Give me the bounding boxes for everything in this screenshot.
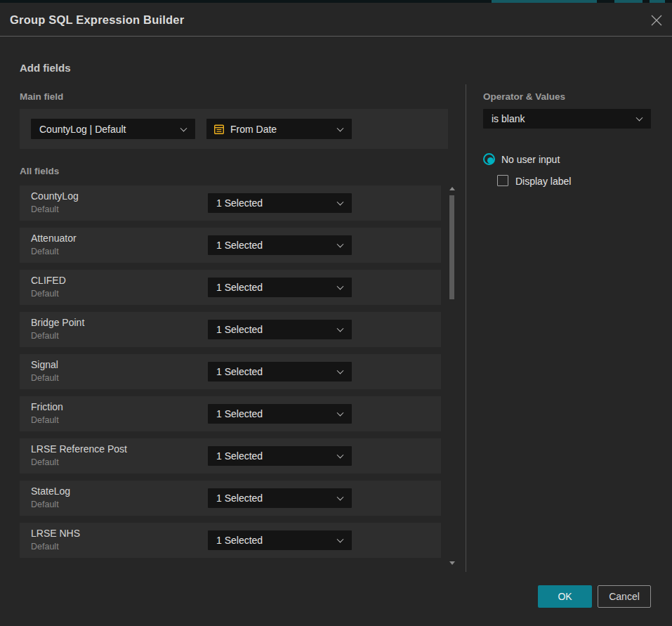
main-field-label: Main field xyxy=(20,91,63,102)
chevron-down-icon xyxy=(337,199,344,206)
field-values-dropdown[interactable]: 1 Selected xyxy=(208,193,352,213)
field-source: Default xyxy=(31,204,59,214)
add-fields-heading: Add fields xyxy=(20,62,71,74)
chevron-down-icon xyxy=(337,494,344,501)
field-row: Bridge Point Default 1 Selected xyxy=(20,312,441,347)
field-values-dropdown[interactable]: 1 Selected xyxy=(208,278,352,297)
field-row: LRSE Reference Post Default 1 Selected xyxy=(20,438,441,474)
field-values-dropdown-value: 1 Selected xyxy=(216,535,263,546)
chevron-down-icon xyxy=(337,536,344,543)
chevron-down-icon xyxy=(337,452,344,459)
field-name: LRSE Reference Post xyxy=(31,443,127,455)
chevron-down-icon xyxy=(337,241,344,248)
field-source: Default xyxy=(31,457,59,467)
chevron-down-icon xyxy=(337,283,344,290)
field-values-dropdown[interactable]: 1 Selected xyxy=(208,362,352,382)
field-row: Attenuator Default 1 Selected xyxy=(20,228,441,263)
fields-list-scrollbar xyxy=(447,185,458,565)
field-source: Default xyxy=(31,542,59,552)
field-source: Default xyxy=(31,373,59,383)
layer-dropdown[interactable]: CountyLog | Default xyxy=(31,119,195,139)
field-values-dropdown-value: 1 Selected xyxy=(216,366,263,377)
field-values-dropdown[interactable]: 1 Selected xyxy=(208,235,352,255)
field-name: CLIFED xyxy=(31,275,66,286)
field-values-dropdown-value: 1 Selected xyxy=(216,408,263,419)
field-source: Default xyxy=(31,289,59,299)
field-source: Default xyxy=(31,500,59,509)
close-icon[interactable] xyxy=(650,14,663,27)
dialog-header: Group SQL Expression Builder xyxy=(0,3,672,37)
field-name: Signal xyxy=(31,359,58,370)
panel-divider xyxy=(466,84,466,572)
field-row: Friction Default 1 Selected xyxy=(20,396,441,431)
chevron-down-icon xyxy=(337,410,344,417)
ok-button[interactable]: OK xyxy=(538,585,592,608)
field-source: Default xyxy=(31,415,59,425)
field-values-dropdown-value: 1 Selected xyxy=(216,197,263,209)
group-sql-expression-builder-dialog: Group SQL Expression Builder Add fields … xyxy=(0,3,672,626)
field-row: Signal Default 1 Selected xyxy=(20,354,441,389)
field-row: StateLog Default 1 Selected xyxy=(20,481,441,516)
field-row: LRSE NHS Default 1 Selected xyxy=(20,523,441,558)
all-fields-label: All fields xyxy=(20,166,59,176)
chevron-down-icon xyxy=(337,367,344,374)
field-source: Default xyxy=(31,331,59,341)
field-values-dropdown[interactable]: 1 Selected xyxy=(208,446,352,466)
scrollbar-up-arrow-icon[interactable] xyxy=(449,187,455,190)
field-name: Attenuator xyxy=(31,233,77,244)
cancel-button[interactable]: Cancel xyxy=(598,585,651,608)
operator-values-label: Operator & Values xyxy=(483,91,565,102)
chevron-down-icon xyxy=(337,325,344,332)
operator-dropdown-value: is blank xyxy=(492,113,525,124)
field-name: Friction xyxy=(31,401,63,412)
field-values-dropdown[interactable]: 1 Selected xyxy=(208,320,352,339)
radio-selected-icon xyxy=(483,153,495,165)
chevron-down-icon xyxy=(180,124,187,131)
dialog-title: Group SQL Expression Builder xyxy=(10,3,184,37)
field-name: CountyLog xyxy=(31,190,79,202)
field-values-dropdown[interactable]: 1 Selected xyxy=(208,488,352,508)
field-values-dropdown[interactable]: 1 Selected xyxy=(208,530,352,550)
field-row: CLIFED Default 1 Selected xyxy=(20,270,441,305)
field-dropdown[interactable]: From Date xyxy=(206,119,352,139)
field-name: StateLog xyxy=(31,485,70,497)
checkbox-unchecked-icon xyxy=(497,175,508,186)
main-field-panel: CountyLog | Default From Date xyxy=(20,109,448,149)
field-dropdown-value: From Date xyxy=(230,124,277,135)
scrollbar-thumb[interactable] xyxy=(449,195,454,299)
field-values-dropdown-value: 1 Selected xyxy=(216,282,263,293)
field-name: LRSE NHS xyxy=(31,528,80,539)
field-values-dropdown-value: 1 Selected xyxy=(216,450,263,462)
no-user-input-label: No user input xyxy=(501,154,560,165)
field-values-dropdown-value: 1 Selected xyxy=(216,324,263,335)
layer-dropdown-value: CountyLog | Default xyxy=(39,124,126,135)
all-fields-list: CountyLog Default 1 Selected Attenuator … xyxy=(20,185,441,563)
date-field-icon xyxy=(213,124,225,135)
display-label-text: Display label xyxy=(515,176,571,187)
field-values-dropdown-value: 1 Selected xyxy=(216,240,263,251)
chevron-down-icon xyxy=(636,115,643,122)
field-values-dropdown[interactable]: 1 Selected xyxy=(208,404,352,424)
operator-dropdown[interactable]: is blank xyxy=(483,109,651,129)
field-row: CountyLog Default 1 Selected xyxy=(20,185,441,221)
field-name: Bridge Point xyxy=(31,317,84,328)
chevron-down-icon xyxy=(337,124,344,131)
field-values-dropdown-value: 1 Selected xyxy=(216,493,263,504)
scrollbar-down-arrow-icon[interactable] xyxy=(449,561,455,565)
field-source: Default xyxy=(31,247,59,256)
